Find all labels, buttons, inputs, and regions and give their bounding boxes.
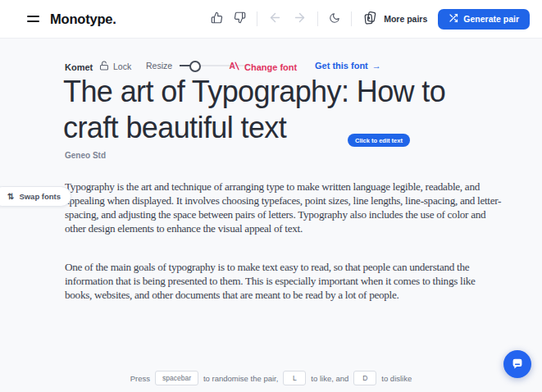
topbar: Monotype. [0,0,542,39]
chat-bubble-icon [511,357,524,372]
hint-randomise: to randomise the pair, [203,374,278,383]
moon-icon [329,12,340,26]
arrow-right-icon: → [372,61,381,71]
shuffle-icon [449,13,458,25]
more-pairs-label: More pairs [384,14,427,24]
lock-label: Lock [113,62,131,71]
body-paragraph[interactable]: One of the main goals of typography is t… [65,260,539,302]
generate-pair-button[interactable]: Generate pair [438,9,530,30]
app-window: Monotype. [0,0,542,392]
history-forward-button[interactable] [293,11,307,27]
divider [317,11,318,26]
resize-label: Resize [146,61,172,71]
get-font-label: Get this font [315,61,368,71]
cards-icon [362,11,378,28]
arrow-left-icon [268,11,282,27]
hint-press: Press [130,374,150,383]
svg-text:A: A [230,62,236,71]
more-pairs-button[interactable]: More pairs [362,11,427,28]
l-keycap: L [283,371,306,385]
hint-dislike: to dislike [381,374,412,383]
preview-heading[interactable]: The art of Typography: How to craft beau… [63,74,516,146]
thumbs-up-button[interactable] [211,11,223,26]
swap-fonts-button[interactable]: ⇅ Swap fonts [0,186,71,207]
chat-launcher-button[interactable] [503,350,531,378]
generate-pair-label: Generate pair [463,14,519,24]
change-font-button[interactable]: A Change font [229,61,297,73]
topbar-actions: More pairs Generate pair [211,0,530,38]
dark-mode-toggle[interactable] [329,12,340,26]
heading-font-name[interactable]: Komet [65,62,93,72]
unlock-icon [99,61,109,72]
resize-slider-thumb[interactable] [189,61,201,72]
d-keycap: D [353,371,376,385]
menu-icon[interactable] [27,16,39,22]
hint-like: to like, and [311,374,348,383]
keyboard-hint: Press spacebar to randomise the pair, L … [0,371,542,385]
thumbs-down-button[interactable] [234,11,246,26]
arrow-right-icon [293,11,307,27]
lock-font-button[interactable]: Lock [99,61,131,72]
get-this-font-link[interactable]: Get this font → [315,61,381,71]
swap-arrows-icon: ⇅ [7,192,14,201]
thumbs-up-icon [211,11,223,26]
monotype-logo: Monotype. [50,11,116,27]
body-paragraph[interactable]: Typography is the art and technique of a… [65,180,539,235]
change-font-label: Change font [244,62,297,72]
divider [257,11,257,26]
preview-body[interactable]: Typography is the art and technique of a… [65,166,539,316]
swap-fonts-label: Swap fonts [19,192,61,201]
divider [351,11,352,26]
body-font-name[interactable]: Geneo Std [65,151,106,160]
logo-group: Monotype. [27,0,116,38]
edit-text-tooltip[interactable]: Click to edit text [348,134,410,147]
spacebar-keycap: spacebar [155,371,198,385]
change-font-icon: A [229,61,239,73]
history-back-button[interactable] [268,11,282,27]
thumbs-down-icon [234,11,246,26]
